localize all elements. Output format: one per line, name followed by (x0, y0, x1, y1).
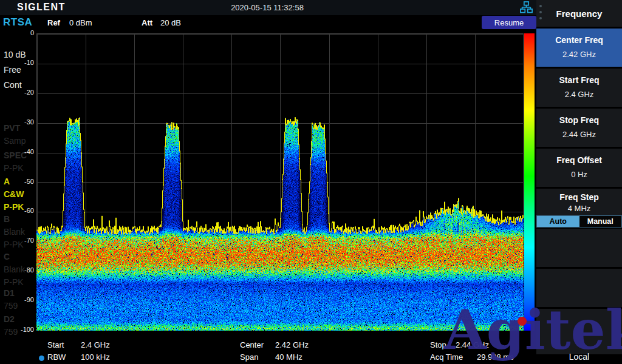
resume-button[interactable]: Resume (482, 16, 536, 29)
span-readout[interactable]: Span40 MHz (240, 352, 302, 362)
att-label[interactable]: Att (142, 18, 152, 27)
spectrum-plot (36, 33, 524, 331)
sidebar-d1[interactable]: D1 759 (4, 287, 18, 312)
sidebar-trace-a[interactable]: A C&W P-PK (4, 175, 24, 214)
center-freq-button[interactable]: Center Freq 2.42 GHz (536, 29, 622, 67)
freq-step-button[interactable]: Freq Step 4 MHz Auto Manual (536, 189, 622, 227)
ref-label[interactable]: Ref (47, 18, 60, 27)
menu-title: Frequency (536, 0, 622, 27)
stop-freq-button[interactable]: Stop Freq 2.44 GHz (536, 109, 622, 147)
left-sidebar: 10 dB Free Cont PVT Samp SPEC P-PK A C&W… (0, 30, 36, 340)
rbw-marker-icon (39, 356, 44, 361)
sidebar-trace-c[interactable]: C Blank P-PK (4, 251, 25, 289)
lan-network-icon[interactable] (520, 1, 533, 14)
center-freq-readout[interactable]: Center2.42 GHz (240, 340, 309, 349)
freq-step-auto-manual-toggle: Auto Manual (536, 215, 622, 228)
density-colorbar (524, 33, 535, 331)
rbw-readout[interactable]: RBW100 kHz (47, 352, 110, 362)
drag-handle-icon[interactable] (539, 5, 543, 23)
toggle-manual[interactable]: Manual (579, 216, 622, 227)
sidebar-pvt[interactable]: PVT Samp (4, 122, 26, 147)
sidebar-sweep[interactable]: Cont (4, 78, 22, 93)
sidebar-trace-b[interactable]: B Blank P-PK (4, 213, 25, 251)
top-bar: SIGLENT 2020-05-15 11:32:58 (0, 0, 536, 15)
menu-empty-slot (536, 269, 622, 307)
sidebar-d2[interactable]: D2 759 (4, 313, 18, 339)
toggle-auto[interactable]: Auto (537, 216, 579, 227)
sidebar-trigger[interactable]: Free (4, 62, 21, 78)
freq-offset-button[interactable]: Freq Offset 0 Hz (536, 149, 622, 187)
menu-empty-slot (536, 309, 622, 354)
frequency-menu-panel: Frequency Center Freq 2.42 GHz Start Fre… (536, 0, 622, 364)
menu-empty-slot (536, 229, 622, 267)
local-label[interactable]: Local (536, 352, 622, 362)
siglent-logo: SIGLENT (17, 2, 66, 13)
datetime: 2020-05-15 11:32:58 (121, 3, 413, 12)
stop-freq-readout[interactable]: Stop2.44 GHz (430, 340, 489, 349)
start-freq-readout[interactable]: Start2.4 GHz (47, 340, 110, 349)
sidebar-scale[interactable]: 10 dB (4, 47, 26, 62)
sidebar-spec[interactable]: SPEC P-PK (4, 149, 27, 175)
spectrum-canvas[interactable] (36, 33, 524, 331)
rtsa-screen: SIGLENT 2020-05-15 11:32:58 RTSA Ref 0 d… (0, 0, 622, 364)
start-freq-button[interactable]: Start Freq 2.4 GHz (536, 69, 622, 107)
att-value[interactable]: 20 dB (160, 18, 181, 27)
acq-time-readout[interactable]: Acq Time29.998 ms (430, 352, 514, 362)
mode-label[interactable]: RTSA (3, 16, 32, 29)
status-row: RTSA Ref 0 dBm Att 20 dB Resume (0, 15, 536, 32)
ref-value[interactable]: 0 dBm (69, 18, 92, 27)
